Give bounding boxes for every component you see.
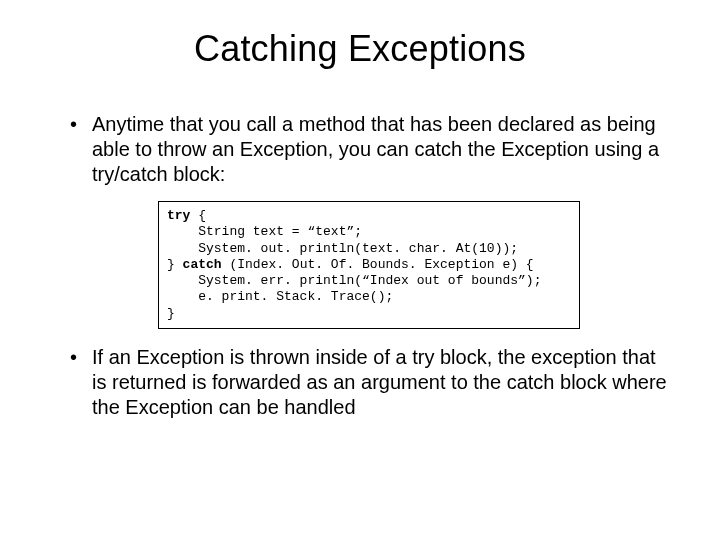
bullet-list: Anytime that you call a method that has … [70,112,670,187]
code-text: System. err. println(“Index out of bound… [167,273,541,288]
code-text: { [190,208,206,223]
code-text: String text = “text”; [167,224,362,239]
bullet-item: Anytime that you call a method that has … [70,112,670,187]
code-keyword-try: try [167,208,190,223]
code-text: } [167,257,183,272]
page-title: Catching Exceptions [40,28,680,70]
bullet-list: If an Exception is thrown inside of a tr… [70,345,670,420]
bullet-item: If an Exception is thrown inside of a tr… [70,345,670,420]
code-keyword-catch: catch [183,257,222,272]
code-text: (Index. Out. Of. Bounds. Exception e) { [222,257,534,272]
code-text: System. out. println(text. char. At(10))… [167,241,518,256]
code-text: e. print. Stack. Trace(); [167,289,393,304]
code-text: } [167,306,175,321]
slide: Catching Exceptions Anytime that you cal… [0,0,720,540]
code-block: try { String text = “text”; System. out.… [158,201,580,329]
